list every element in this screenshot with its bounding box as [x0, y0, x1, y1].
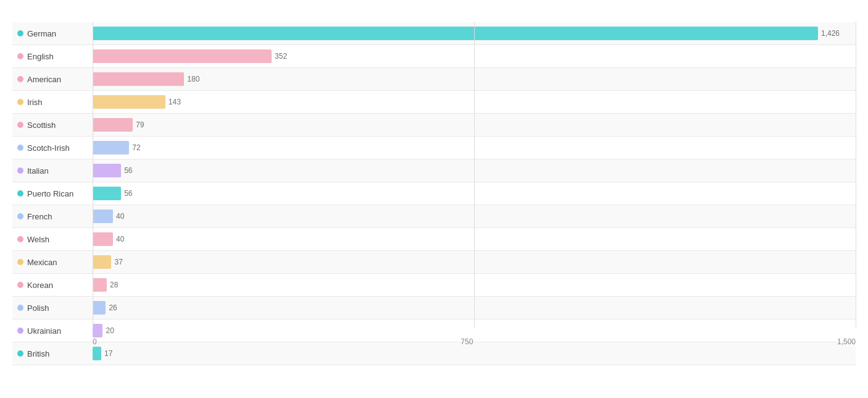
- bar-value-label: 37: [114, 258, 122, 266]
- bar-label-text: Puerto Rican: [27, 189, 73, 198]
- bar-fill: 28: [93, 278, 107, 292]
- table-row: Scottish79: [12, 114, 856, 137]
- bar-label-text: Scotch-Irish: [27, 143, 70, 153]
- bar-label: Korean: [12, 281, 93, 290]
- bar-dot: [17, 282, 23, 288]
- table-row: English352: [12, 45, 856, 68]
- x-axis: 07501,500: [93, 335, 856, 346]
- grid-line: [93, 22, 93, 328]
- bar-value-label: 72: [132, 143, 140, 152]
- bar-label: Puerto Rican: [12, 189, 93, 198]
- table-row: German1,426: [12, 22, 856, 45]
- bar-value-label: 17: [104, 349, 112, 358]
- bar-value-label: 143: [169, 98, 181, 106]
- table-row: Welsh40: [12, 228, 856, 251]
- bar-fill: 180: [93, 72, 184, 86]
- bars-section: German1,426English352American180Irish143…: [12, 22, 856, 328]
- bar-fill: 37: [93, 255, 111, 269]
- bar-fill: 352: [93, 49, 272, 63]
- bar-value-label: 40: [116, 212, 124, 221]
- bar-value-label: 79: [136, 121, 144, 129]
- bar-dot: [17, 213, 23, 219]
- table-row: Polish26: [12, 297, 856, 320]
- bar-dot: [17, 259, 23, 265]
- chart-container: German1,426English352American180Irish143…: [0, 0, 868, 398]
- table-row: Mexican37: [12, 251, 856, 274]
- bar-dot: [17, 53, 23, 59]
- bar-label: Welsh: [12, 235, 93, 244]
- bar-value-label: 56: [124, 189, 132, 198]
- bar-value-label: 56: [124, 166, 132, 175]
- bar-dot: [17, 167, 23, 174]
- bar-value-label: 180: [187, 75, 199, 83]
- bar-label: Scottish: [12, 121, 93, 130]
- bar-fill: 56: [93, 187, 121, 200]
- bar-label-text: Polish: [27, 303, 49, 313]
- bar-dot: [17, 236, 23, 242]
- table-row: American180: [12, 68, 856, 91]
- x-axis-tick: 0: [93, 337, 97, 346]
- bar-label-text: Welsh: [27, 235, 49, 244]
- bar-label: Italian: [12, 166, 93, 176]
- grid-line: [474, 22, 475, 328]
- bar-fill: 56: [93, 164, 121, 177]
- bar-fill: 143: [93, 95, 165, 109]
- bar-label-text: Scottish: [27, 121, 56, 130]
- bar-dot: [17, 350, 23, 357]
- bar-value-label: 40: [116, 235, 124, 243]
- bar-dot: [17, 328, 23, 334]
- bar-label-text: British: [27, 349, 49, 358]
- x-axis-tick: 750: [461, 337, 473, 346]
- bar-fill: 26: [93, 301, 106, 315]
- bar-label-text: Mexican: [27, 258, 57, 267]
- table-row: French40: [12, 205, 856, 228]
- bar-value-label: 1,426: [821, 29, 840, 38]
- chart-area: German1,426English352American180Irish143…: [12, 22, 856, 346]
- x-axis-tick: 1,500: [837, 337, 856, 346]
- bar-label: Polish: [12, 303, 93, 313]
- bar-label-text: English: [27, 52, 54, 61]
- bar-fill: 79: [93, 118, 133, 132]
- bar-fill: 72: [93, 141, 129, 155]
- table-row: Korean28: [12, 274, 856, 297]
- bar-value-label: 28: [110, 281, 118, 289]
- bar-label-text: Korean: [27, 281, 53, 290]
- bar-label: British: [12, 349, 93, 358]
- bar-label: Mexican: [12, 258, 93, 267]
- bar-label-text: Ukrainian: [27, 326, 61, 336]
- bar-dot: [17, 30, 23, 36]
- table-row: Puerto Rican56: [12, 182, 856, 205]
- bar-dot: [17, 305, 23, 311]
- bar-label: English: [12, 52, 93, 61]
- bar-label-text: French: [27, 212, 52, 221]
- bar-label-text: Irish: [27, 98, 43, 107]
- bar-label-text: Italian: [27, 166, 49, 176]
- bar-value-label: 20: [106, 326, 114, 335]
- bar-label: German: [12, 29, 93, 38]
- bar-fill: 40: [93, 210, 113, 223]
- table-row: Italian56: [12, 159, 856, 182]
- bar-dot: [17, 122, 23, 128]
- bar-label: Scotch-Irish: [12, 143, 93, 153]
- bar-dot: [17, 145, 23, 151]
- bar-fill: 1,426: [93, 27, 818, 40]
- bar-dot: [17, 76, 23, 82]
- bar-value-label: 26: [109, 303, 117, 312]
- bar-value-label: 352: [275, 52, 287, 61]
- bar-dot: [17, 190, 23, 197]
- bar-label-text: German: [27, 29, 56, 38]
- table-row: Irish143: [12, 91, 856, 114]
- bar-label-text: American: [27, 75, 61, 84]
- bar-label: Irish: [12, 98, 93, 107]
- bar-fill: 40: [93, 232, 113, 246]
- grid-line: [856, 22, 856, 328]
- bar-dot: [17, 99, 23, 105]
- bar-label: Ukrainian: [12, 326, 93, 336]
- table-row: Scotch-Irish72: [12, 137, 856, 159]
- bar-label: American: [12, 75, 93, 84]
- bar-fill: 17: [93, 347, 101, 360]
- bar-label: French: [12, 212, 93, 221]
